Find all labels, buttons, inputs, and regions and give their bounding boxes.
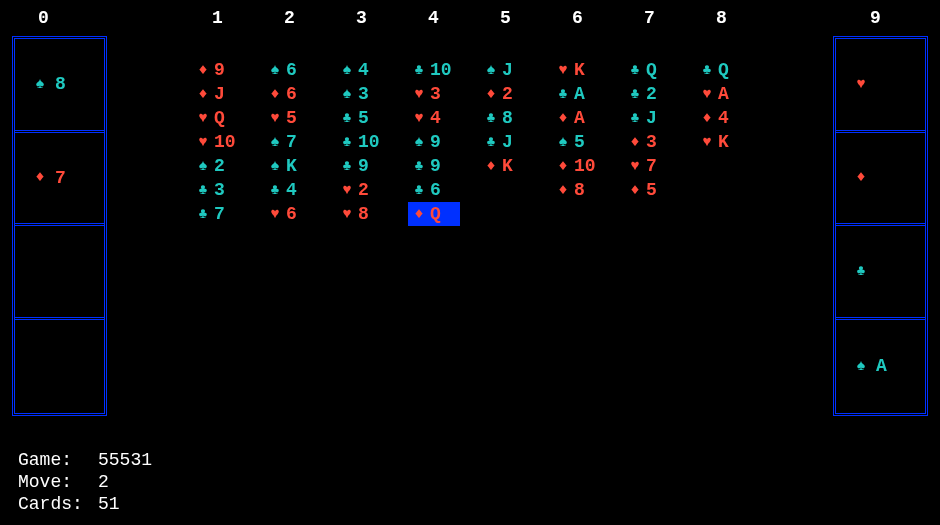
tableau-card[interactable]: ♣J bbox=[624, 106, 676, 130]
spades-icon: ♠ bbox=[33, 76, 47, 93]
game-label: Game: bbox=[18, 449, 98, 471]
tableau-card[interactable]: ♣Q bbox=[624, 58, 676, 82]
card-rank: K bbox=[574, 60, 598, 80]
card-rank: 6 bbox=[286, 204, 310, 224]
tableau-card[interactable]: ♦4 bbox=[696, 106, 748, 130]
tableau-card[interactable]: ♠7 bbox=[264, 130, 316, 154]
tableau-column-1[interactable]: ♦9♦J♥Q♥10♠2♣3♣7 bbox=[192, 58, 244, 226]
diamonds-icon: ♦ bbox=[196, 86, 210, 103]
hearts-icon: ♥ bbox=[854, 76, 868, 93]
tableau-card[interactable]: ♣Q bbox=[696, 58, 748, 82]
clubs-icon: ♣ bbox=[854, 263, 868, 280]
column-header-0: 0 bbox=[38, 8, 49, 28]
tableau-card[interactable]: ♥6 bbox=[264, 202, 316, 226]
cards-value: 51 bbox=[98, 493, 120, 515]
tableau-card[interactable]: ♦5 bbox=[624, 178, 676, 202]
tableau-card[interactable]: ♥K bbox=[552, 58, 604, 82]
clubs-icon: ♣ bbox=[484, 134, 498, 151]
tableau-column-8[interactable]: ♣Q♥A♦4♥K bbox=[696, 58, 748, 154]
tableau-card[interactable]: ♥A bbox=[696, 82, 748, 106]
freecell-slot-3[interactable] bbox=[15, 320, 104, 414]
tableau-card[interactable]: ♥10 bbox=[192, 130, 244, 154]
tableau-card[interactable]: ♦9 bbox=[192, 58, 244, 82]
tableau-card[interactable]: ♦K bbox=[480, 154, 532, 178]
tableau-card[interactable]: ♦10 bbox=[552, 154, 604, 178]
foundation-slot-3[interactable]: ♠A bbox=[836, 320, 925, 414]
tableau-card[interactable]: ♣8 bbox=[480, 106, 532, 130]
tableau-card[interactable]: ♣9 bbox=[408, 154, 460, 178]
tableau-column-4[interactable]: ♣10♥3♥4♠9♣9♣6♦Q bbox=[408, 58, 460, 226]
card-rank: 2 bbox=[358, 180, 382, 200]
freecell-slot-2[interactable] bbox=[15, 226, 104, 320]
spades-icon: ♠ bbox=[556, 134, 570, 151]
tableau-card[interactable]: ♦3 bbox=[624, 130, 676, 154]
tableau-card[interactable]: ♠2 bbox=[192, 154, 244, 178]
tableau-card[interactable]: ♠4 bbox=[336, 58, 388, 82]
card-rank: 4 bbox=[286, 180, 310, 200]
tableau-card[interactable]: ♦Q bbox=[408, 202, 460, 226]
foundations[interactable]: ♥♦♣♠A bbox=[833, 36, 928, 416]
tableau-card[interactable]: ♠9 bbox=[408, 130, 460, 154]
tableau-card[interactable]: ♦6 bbox=[264, 82, 316, 106]
tableau-card[interactable]: ♦8 bbox=[552, 178, 604, 202]
card-rank: 4 bbox=[718, 108, 742, 128]
tableau-column-7[interactable]: ♣Q♣2♣J♦3♥7♦5 bbox=[624, 58, 676, 202]
tableau-card[interactable]: ♣J bbox=[480, 130, 532, 154]
tableau-card[interactable]: ♠J bbox=[480, 58, 532, 82]
card-rank: 7 bbox=[214, 204, 238, 224]
hearts-icon: ♥ bbox=[340, 206, 354, 223]
freecell-slot-0[interactable]: ♠8 bbox=[15, 39, 104, 133]
card-rank: 3 bbox=[358, 84, 382, 104]
foundation-slot-1[interactable]: ♦ bbox=[836, 133, 925, 227]
tableau-card[interactable]: ♥2 bbox=[336, 178, 388, 202]
foundation-slot-0[interactable]: ♥ bbox=[836, 39, 925, 133]
diamonds-icon: ♦ bbox=[854, 169, 868, 186]
tableau-card[interactable]: ♣4 bbox=[264, 178, 316, 202]
tableau-column-3[interactable]: ♠4♠3♣5♣10♣9♥2♥8 bbox=[336, 58, 388, 226]
tableau-card[interactable]: ♣2 bbox=[624, 82, 676, 106]
tableau-card[interactable]: ♣10 bbox=[408, 58, 460, 82]
tableau-card[interactable]: ♠K bbox=[264, 154, 316, 178]
tableau-column-5[interactable]: ♠J♦2♣8♣J♦K bbox=[480, 58, 532, 178]
freecells[interactable]: ♠8♦7 bbox=[12, 36, 107, 416]
tableau-card[interactable]: ♣3 bbox=[192, 178, 244, 202]
tableau-card[interactable]: ♥7 bbox=[624, 154, 676, 178]
tableau-card[interactable]: ♥8 bbox=[336, 202, 388, 226]
tableau-card[interactable]: ♣A bbox=[552, 82, 604, 106]
tableau-card[interactable]: ♠5 bbox=[552, 130, 604, 154]
card-rank: 7 bbox=[646, 156, 670, 176]
diamonds-icon: ♦ bbox=[33, 169, 47, 186]
tableau-card[interactable]: ♥4 bbox=[408, 106, 460, 130]
tableau-card[interactable]: ♣9 bbox=[336, 154, 388, 178]
tableau-column-6[interactable]: ♥K♣A♦A♠5♦10♦8 bbox=[552, 58, 604, 202]
foundation-slot-2[interactable]: ♣ bbox=[836, 226, 925, 320]
tableau-card[interactable]: ♣7 bbox=[192, 202, 244, 226]
freecell-slot-1[interactable]: ♦7 bbox=[15, 133, 104, 227]
tableau-card[interactable]: ♥3 bbox=[408, 82, 460, 106]
card-rank: K bbox=[502, 156, 526, 176]
tableau-card[interactable]: ♣6 bbox=[408, 178, 460, 202]
card-rank: 7 bbox=[286, 132, 310, 152]
tableau-card[interactable]: ♦A bbox=[552, 106, 604, 130]
column-header-5: 5 bbox=[500, 8, 511, 28]
tableau-column-2[interactable]: ♠6♦6♥5♠7♠K♣4♥6 bbox=[264, 58, 316, 226]
card-rank: J bbox=[502, 132, 526, 152]
tableau-card[interactable]: ♦2 bbox=[480, 82, 532, 106]
diamonds-icon: ♦ bbox=[556, 182, 570, 199]
tableau-card[interactable]: ♣5 bbox=[336, 106, 388, 130]
spades-icon: ♠ bbox=[196, 158, 210, 175]
tableau-card[interactable]: ♠3 bbox=[336, 82, 388, 106]
card-rank: A bbox=[574, 108, 598, 128]
clubs-icon: ♣ bbox=[700, 62, 714, 79]
tableau-card[interactable]: ♥Q bbox=[192, 106, 244, 130]
column-header-8: 8 bbox=[716, 8, 727, 28]
game-value: 55531 bbox=[98, 449, 152, 471]
tableau-card[interactable]: ♠6 bbox=[264, 58, 316, 82]
card-rank: 9 bbox=[430, 156, 454, 176]
tableau-card[interactable]: ♦J bbox=[192, 82, 244, 106]
tableau-card[interactable]: ♥5 bbox=[264, 106, 316, 130]
tableau-card[interactable]: ♣10 bbox=[336, 130, 388, 154]
tableau-card[interactable]: ♥K bbox=[696, 130, 748, 154]
clubs-icon: ♣ bbox=[628, 86, 642, 103]
card-rank: A bbox=[574, 84, 598, 104]
